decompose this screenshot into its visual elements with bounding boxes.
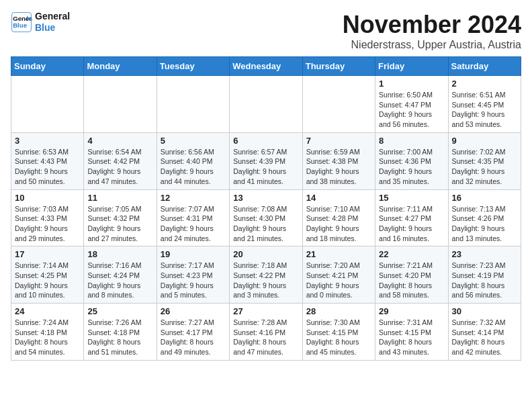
calendar-cell: 25Sunrise: 7:26 AM Sunset: 4:18 PM Dayli… [84, 304, 157, 361]
day-number: 23 [452, 249, 517, 259]
calendar-cell: 23Sunrise: 7:23 AM Sunset: 4:19 PM Dayli… [448, 246, 521, 304]
day-number: 6 [233, 136, 298, 146]
calendar-cell: 16Sunrise: 7:13 AM Sunset: 4:26 PM Dayli… [448, 189, 521, 246]
calendar-cell: 14Sunrise: 7:10 AM Sunset: 4:28 PM Dayli… [302, 189, 375, 246]
cell-content: Sunrise: 7:14 AM Sunset: 4:25 PM Dayligh… [15, 261, 80, 300]
cell-content: Sunrise: 7:31 AM Sunset: 4:15 PM Dayligh… [379, 318, 444, 357]
logo-line1: General [35, 11, 70, 22]
day-number: 7 [306, 136, 371, 146]
calendar-cell: 2Sunrise: 6:51 AM Sunset: 4:45 PM Daylig… [448, 76, 521, 133]
calendar-table: SundayMondayTuesdayWednesdayThursdayFrid… [11, 56, 521, 361]
calendar-cell [11, 76, 84, 133]
cell-content: Sunrise: 6:57 AM Sunset: 4:39 PM Dayligh… [233, 147, 298, 187]
day-number: 25 [87, 306, 152, 316]
cell-content: Sunrise: 6:50 AM Sunset: 4:47 PM Dayligh… [379, 90, 444, 130]
day-number: 1 [379, 79, 444, 89]
cell-content: Sunrise: 7:27 AM Sunset: 4:17 PM Dayligh… [161, 318, 226, 357]
day-number: 9 [452, 136, 517, 146]
weekday-monday: Monday [84, 57, 157, 76]
cell-content: Sunrise: 7:24 AM Sunset: 4:18 PM Dayligh… [15, 318, 80, 357]
logo-line2: Blue [35, 22, 70, 34]
cell-content: Sunrise: 7:11 AM Sunset: 4:27 PM Dayligh… [379, 204, 444, 244]
svg-text:Blue: Blue [13, 21, 27, 29]
calendar-cell: 7Sunrise: 6:59 AM Sunset: 4:38 PM Daylig… [302, 132, 375, 189]
calendar-cell [230, 76, 302, 133]
calendar-cell: 17Sunrise: 7:14 AM Sunset: 4:25 PM Dayli… [11, 246, 84, 304]
weekday-wednesday: Wednesday [230, 57, 302, 76]
day-number: 17 [15, 249, 80, 259]
weekday-thursday: Thursday [302, 57, 375, 76]
cell-content: Sunrise: 6:59 AM Sunset: 4:38 PM Dayligh… [306, 147, 371, 187]
week-row-3: 10Sunrise: 7:03 AM Sunset: 4:33 PM Dayli… [11, 189, 521, 246]
day-number: 20 [233, 249, 298, 259]
calendar-cell: 28Sunrise: 7:30 AM Sunset: 4:15 PM Dayli… [302, 304, 375, 361]
calendar-cell: 20Sunrise: 7:18 AM Sunset: 4:22 PM Dayli… [230, 246, 302, 304]
calendar-cell: 29Sunrise: 7:31 AM Sunset: 4:15 PM Dayli… [375, 304, 448, 361]
calendar-body: 1Sunrise: 6:50 AM Sunset: 4:47 PM Daylig… [11, 76, 521, 361]
day-number: 30 [452, 306, 517, 316]
cell-content: Sunrise: 7:05 AM Sunset: 4:32 PM Dayligh… [87, 204, 152, 244]
calendar-cell: 6Sunrise: 6:57 AM Sunset: 4:39 PM Daylig… [230, 132, 302, 189]
calendar-cell: 10Sunrise: 7:03 AM Sunset: 4:33 PM Dayli… [11, 189, 84, 246]
cell-content: Sunrise: 6:56 AM Sunset: 4:40 PM Dayligh… [161, 147, 226, 187]
day-number: 2 [452, 79, 517, 89]
cell-content: Sunrise: 7:30 AM Sunset: 4:15 PM Dayligh… [306, 318, 371, 357]
day-number: 22 [379, 249, 444, 259]
calendar-cell: 3Sunrise: 6:53 AM Sunset: 4:43 PM Daylig… [11, 132, 84, 189]
calendar-cell: 18Sunrise: 7:16 AM Sunset: 4:24 PM Dayli… [84, 246, 157, 304]
calendar-cell: 1Sunrise: 6:50 AM Sunset: 4:47 PM Daylig… [375, 76, 448, 133]
day-number: 18 [87, 249, 152, 259]
calendar-cell: 26Sunrise: 7:27 AM Sunset: 4:17 PM Dayli… [157, 304, 229, 361]
weekday-sunday: Sunday [11, 57, 84, 76]
calendar-cell: 13Sunrise: 7:08 AM Sunset: 4:30 PM Dayli… [230, 189, 302, 246]
calendar-cell: 24Sunrise: 7:24 AM Sunset: 4:18 PM Dayli… [11, 304, 84, 361]
cell-content: Sunrise: 7:00 AM Sunset: 4:36 PM Dayligh… [379, 147, 444, 187]
cell-content: Sunrise: 7:16 AM Sunset: 4:24 PM Dayligh… [87, 261, 152, 300]
cell-content: Sunrise: 7:26 AM Sunset: 4:18 PM Dayligh… [87, 318, 152, 357]
cell-content: Sunrise: 7:10 AM Sunset: 4:28 PM Dayligh… [306, 204, 371, 244]
day-number: 5 [161, 136, 226, 146]
cell-content: Sunrise: 7:20 AM Sunset: 4:21 PM Dayligh… [306, 261, 371, 300]
day-number: 26 [161, 306, 226, 316]
calendar-cell: 4Sunrise: 6:54 AM Sunset: 4:42 PM Daylig… [84, 132, 157, 189]
day-number: 27 [233, 306, 298, 316]
cell-content: Sunrise: 7:03 AM Sunset: 4:33 PM Dayligh… [15, 204, 80, 244]
calendar-cell [157, 76, 229, 133]
day-number: 28 [306, 306, 371, 316]
page-header: General Blue General Blue November 2024 … [11, 11, 521, 51]
day-number: 24 [15, 306, 80, 316]
cell-content: Sunrise: 7:17 AM Sunset: 4:23 PM Dayligh… [161, 261, 226, 300]
calendar-cell: 8Sunrise: 7:00 AM Sunset: 4:36 PM Daylig… [375, 132, 448, 189]
day-number: 16 [452, 193, 517, 203]
cell-content: Sunrise: 6:51 AM Sunset: 4:45 PM Dayligh… [452, 90, 517, 130]
day-number: 19 [161, 249, 226, 259]
logo-icon: General Blue [11, 11, 32, 33]
cell-content: Sunrise: 7:21 AM Sunset: 4:20 PM Dayligh… [379, 261, 444, 300]
week-row-5: 24Sunrise: 7:24 AM Sunset: 4:18 PM Dayli… [11, 304, 521, 361]
calendar-cell: 22Sunrise: 7:21 AM Sunset: 4:20 PM Dayli… [375, 246, 448, 304]
weekday-header-row: SundayMondayTuesdayWednesdayThursdayFrid… [11, 57, 521, 76]
cell-content: Sunrise: 6:53 AM Sunset: 4:43 PM Dayligh… [15, 147, 80, 187]
week-row-1: 1Sunrise: 6:50 AM Sunset: 4:47 PM Daylig… [11, 76, 521, 133]
logo: General Blue General Blue [11, 11, 70, 34]
calendar-cell: 30Sunrise: 7:32 AM Sunset: 4:14 PM Dayli… [448, 304, 521, 361]
cell-content: Sunrise: 6:54 AM Sunset: 4:42 PM Dayligh… [87, 147, 152, 187]
cell-content: Sunrise: 7:02 AM Sunset: 4:35 PM Dayligh… [452, 147, 517, 187]
week-row-4: 17Sunrise: 7:14 AM Sunset: 4:25 PM Dayli… [11, 246, 521, 304]
calendar-cell [302, 76, 375, 133]
month-title: November 2024 [343, 11, 521, 39]
location-title: Niederstrass, Upper Austria, Austria [343, 39, 521, 51]
day-number: 29 [379, 306, 444, 316]
day-number: 13 [233, 193, 298, 203]
calendar-cell: 5Sunrise: 6:56 AM Sunset: 4:40 PM Daylig… [157, 132, 229, 189]
day-number: 15 [379, 193, 444, 203]
weekday-tuesday: Tuesday [157, 57, 229, 76]
day-number: 8 [379, 136, 444, 146]
title-block: November 2024 Niederstrass, Upper Austri… [343, 11, 521, 51]
day-number: 14 [306, 193, 371, 203]
day-number: 12 [161, 193, 226, 203]
calendar-cell: 19Sunrise: 7:17 AM Sunset: 4:23 PM Dayli… [157, 246, 229, 304]
calendar-cell [84, 76, 157, 133]
cell-content: Sunrise: 7:23 AM Sunset: 4:19 PM Dayligh… [452, 261, 517, 300]
calendar-cell: 15Sunrise: 7:11 AM Sunset: 4:27 PM Dayli… [375, 189, 448, 246]
